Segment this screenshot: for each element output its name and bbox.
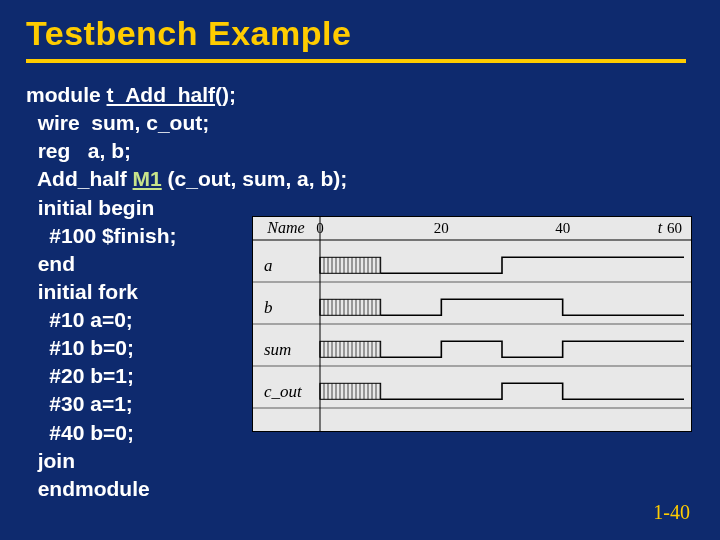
svg-text:t: t [658,219,663,236]
code-text: Add_half [26,167,133,190]
code-line: Add_half M1 (c_out, sum, a, b); [26,165,694,193]
svg-text:60: 60 [667,220,682,236]
svg-text:0: 0 [316,220,324,236]
code-line: wire sum, c_out; [26,109,694,137]
svg-text:b: b [264,298,273,317]
svg-text:Name: Name [266,219,304,236]
title-rule [26,59,686,63]
code-line: endmodule [26,475,694,503]
code-line: reg a, b; [26,137,694,165]
code-line: module t_Add_half(); [26,81,694,109]
instance-name: M1 [133,167,162,190]
svg-text:sum: sum [264,340,291,359]
svg-text:20: 20 [434,220,449,236]
kw: module [26,83,107,106]
code-text: (); [215,83,236,106]
svg-text:a: a [264,256,273,275]
svg-text:40: 40 [555,220,570,236]
svg-text:c_out: c_out [264,382,303,401]
code-line: join [26,447,694,475]
page-number: 1-40 [653,501,690,524]
page-title: Testbench Example [26,14,694,53]
module-name: t_Add_half [107,83,216,106]
code-text: (c_out, sum, a, b); [162,167,348,190]
timing-diagram: Name02040t60absumc_out [252,216,692,432]
